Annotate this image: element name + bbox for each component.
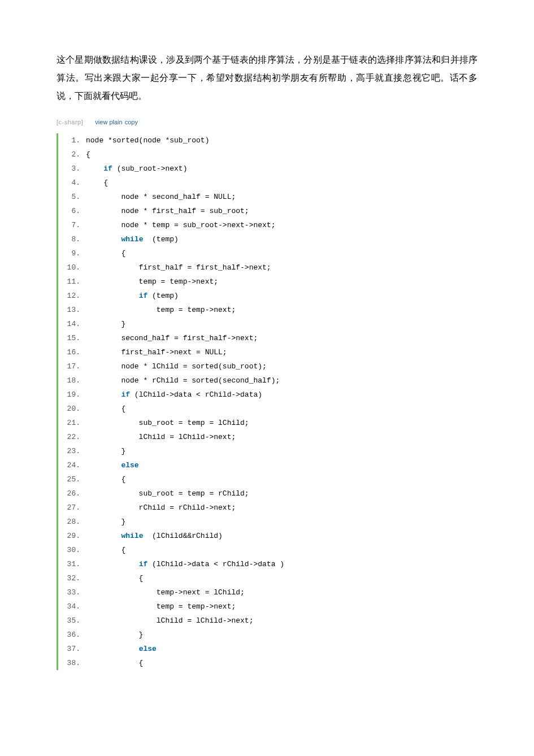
code-content: { bbox=[86, 246, 477, 260]
code-text: lChild = lChild->next; bbox=[86, 433, 245, 441]
code-content: rChild = rChild->next; bbox=[86, 501, 477, 515]
code-line: 37. else bbox=[58, 642, 477, 656]
code-line: 36. } bbox=[58, 628, 477, 642]
line-number: 29. bbox=[59, 529, 86, 543]
language-tag: [c-sharp] bbox=[57, 119, 83, 125]
line-number: 20. bbox=[59, 402, 86, 416]
code-text: first_half->next = NULL; bbox=[86, 348, 236, 357]
line-number: 27. bbox=[59, 501, 86, 515]
code-line: 13. temp = temp->next; bbox=[58, 303, 477, 317]
code-line: 3. if (sub_root->next) bbox=[58, 162, 477, 176]
code-text: } bbox=[86, 320, 134, 328]
code-text: temp = temp->next; bbox=[86, 306, 245, 314]
code-text: (lChild&&rChild) bbox=[143, 532, 231, 540]
code-line: 21. sub_root = temp = lChild; bbox=[58, 416, 477, 430]
code-content: first_half = first_half->next; bbox=[86, 260, 477, 275]
code-line: 15. second_half = first_half->next; bbox=[58, 331, 477, 345]
code-content: while (lChild&&rChild) bbox=[86, 529, 477, 543]
code-line: 2.{ bbox=[58, 147, 477, 162]
code-text: node * temp = sub_root->next->next; bbox=[86, 221, 284, 229]
code-line: 29. while (lChild&&rChild) bbox=[58, 529, 477, 543]
code-line: 31. if (lChild->data < rChild->data ) bbox=[58, 557, 477, 571]
code-content: temp->next = lChild; bbox=[86, 585, 477, 599]
code-content: node * second_half = NULL; bbox=[86, 190, 477, 204]
line-number: 23. bbox=[59, 444, 86, 458]
code-content: node *sorted(node *sub_root) bbox=[86, 133, 477, 147]
code-content: } bbox=[86, 317, 477, 331]
line-number: 25. bbox=[59, 472, 86, 486]
code-line: 10. first_half = first_half->next; bbox=[58, 260, 477, 275]
line-number: 35. bbox=[59, 614, 86, 628]
code-content: node * lChild = sorted(sub_root); bbox=[86, 359, 477, 373]
code-text bbox=[86, 560, 139, 568]
copy-link[interactable]: copy bbox=[125, 119, 138, 125]
keyword: if bbox=[139, 292, 148, 300]
code-content: { bbox=[86, 543, 477, 557]
line-number: 19. bbox=[59, 388, 86, 402]
code-text: { bbox=[86, 574, 152, 583]
code-line: 7. node * temp = sub_root->next->next; bbox=[58, 218, 477, 232]
code-content: if (temp) bbox=[86, 289, 477, 303]
line-number: 10. bbox=[59, 260, 86, 275]
code-content: first_half->next = NULL; bbox=[86, 345, 477, 359]
line-number: 8. bbox=[59, 232, 86, 246]
code-text bbox=[139, 461, 148, 470]
code-content: node * first_half = sub_root; bbox=[86, 204, 477, 218]
code-content: { bbox=[86, 402, 477, 416]
code-content: } bbox=[86, 628, 477, 642]
code-text: lChild = lChild->next; bbox=[86, 616, 262, 625]
code-line: 27. rChild = rChild->next; bbox=[58, 501, 477, 515]
code-text: { bbox=[86, 475, 134, 484]
code-line: 25. { bbox=[58, 472, 477, 486]
keyword: while bbox=[121, 235, 143, 244]
code-block: 1.node *sorted(node *sub_root) 2.{ 3. if… bbox=[57, 133, 477, 670]
line-number: 5. bbox=[59, 190, 86, 204]
code-line: 8. while (temp) bbox=[58, 232, 477, 246]
code-line: 33. temp->next = lChild; bbox=[58, 585, 477, 599]
code-text: node * first_half = sub_root; bbox=[86, 207, 258, 215]
code-toolbar: [c-sharp] view plaincopy bbox=[57, 119, 477, 125]
code-text: node * lChild = sorted(sub_root); bbox=[86, 362, 275, 371]
line-number: 4. bbox=[59, 176, 86, 190]
code-content: } bbox=[86, 444, 477, 458]
line-number: 14. bbox=[59, 317, 86, 331]
code-text: { bbox=[86, 546, 134, 554]
line-number: 9. bbox=[59, 246, 86, 260]
line-number: 38. bbox=[59, 656, 86, 670]
line-number: 1. bbox=[59, 133, 86, 147]
line-number: 30. bbox=[59, 543, 86, 557]
code-content: { bbox=[86, 472, 477, 486]
code-content: temp = temp->next; bbox=[86, 275, 477, 289]
code-content: node * temp = sub_root->next->next; bbox=[86, 218, 477, 232]
code-content: sub_root = temp = rChild; bbox=[86, 486, 477, 501]
code-line: 28. } bbox=[58, 515, 477, 529]
code-line: 23. } bbox=[58, 444, 477, 458]
view-plain-link[interactable]: view plain bbox=[95, 119, 122, 125]
code-content: { bbox=[86, 176, 477, 190]
code-text: node * second_half = NULL; bbox=[86, 193, 245, 201]
line-number: 15. bbox=[59, 331, 86, 345]
code-line: 4. { bbox=[58, 176, 477, 190]
line-number: 3. bbox=[59, 162, 86, 176]
code-text: temp->next = lChild; bbox=[86, 588, 253, 597]
line-number: 17. bbox=[59, 359, 86, 373]
code-text: (sub_root->next) bbox=[112, 164, 196, 173]
code-line: 17. node * lChild = sorted(sub_root); bbox=[58, 359, 477, 373]
line-number: 12. bbox=[59, 289, 86, 303]
line-number: 33. bbox=[59, 585, 86, 599]
line-number: 13. bbox=[59, 303, 86, 317]
code-line: 9. { bbox=[58, 246, 477, 260]
code-text: second_half = first_half->next; bbox=[86, 334, 267, 342]
code-line: 16. first_half->next = NULL; bbox=[58, 345, 477, 359]
document-page: 这个星期做数据结构课设，涉及到两个基于链表的排序算法，分别是基于链表的选择排序算… bbox=[0, 0, 534, 704]
code-line: 18. node * rChild = sorted(second_half); bbox=[58, 373, 477, 388]
line-number: 34. bbox=[59, 599, 86, 614]
code-content: if (lChild->data < rChild->data ) bbox=[86, 557, 477, 571]
keyword: while bbox=[121, 532, 143, 540]
keyword: if bbox=[139, 560, 148, 568]
line-number: 16. bbox=[59, 345, 86, 359]
code-line: 24. else bbox=[58, 458, 477, 472]
code-text: } bbox=[86, 631, 152, 639]
code-content: { bbox=[86, 656, 477, 670]
code-content: { bbox=[86, 147, 477, 162]
